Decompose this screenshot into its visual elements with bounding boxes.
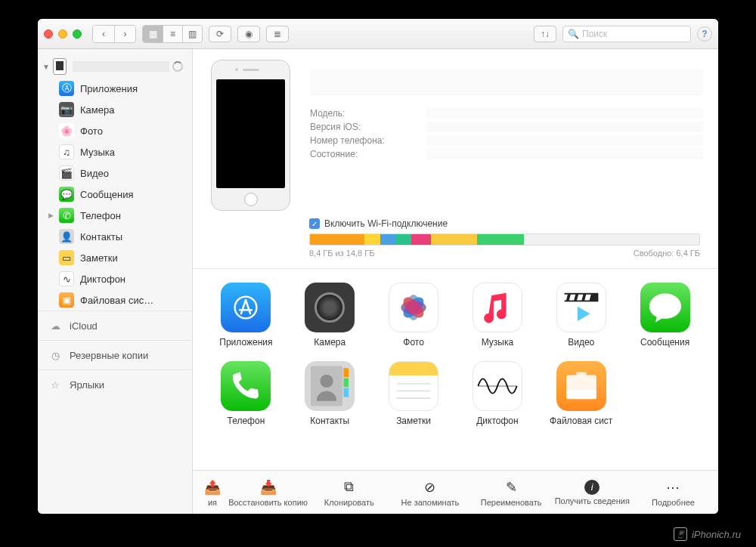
disclosure-triangle-icon[interactable]: ▼ — [42, 63, 50, 71]
app-tile-camera[interactable]: Камера — [292, 283, 368, 348]
view-list-button[interactable]: ≡ — [163, 26, 182, 42]
svg-rect-26 — [566, 390, 596, 399]
sidebar-item-voicememo[interactable]: ∿Диктофон — [38, 268, 192, 289]
video-icon: 🎬 — [59, 165, 74, 181]
tool-restore[interactable]: 📥Восстановить копию — [228, 478, 308, 507]
app-tile-video[interactable]: Видео — [543, 283, 619, 348]
sidebar-section-label: Резервные копии — [70, 350, 148, 361]
phone-label: Номер телефона: — [310, 135, 416, 146]
sidebar-section-icloud[interactable]: ☁iCloud — [38, 311, 192, 340]
state-label: Состояние: — [310, 149, 416, 159]
sidebar-item-label: Диктофон — [80, 274, 125, 285]
tool-backup[interactable]: 📤ия — [197, 478, 228, 507]
wifi-checkbox-row[interactable]: ✓ Включить Wi-Fi-подключение — [309, 217, 700, 233]
tool-getinfo[interactable]: iПолучить сведения — [552, 480, 633, 505]
tool-rename[interactable]: ✎Переименовать — [471, 478, 552, 507]
photos-icon — [389, 283, 438, 332]
svg-rect-27 — [576, 372, 586, 376]
sidebar-item-messages[interactable]: 💬Сообщения — [38, 184, 192, 205]
tool-forget[interactable]: ⊘Не запоминать — [389, 478, 470, 507]
sidebar-item-label: Камера — [80, 104, 114, 116]
app-tile-contacts[interactable]: Контакты — [292, 361, 368, 426]
view-columns-button[interactable]: ▥ — [182, 26, 202, 42]
transfer-button[interactable]: ↑↓ — [534, 26, 556, 42]
app-label: Приложения — [219, 337, 272, 348]
app-tile-photos[interactable]: Фото — [376, 283, 452, 348]
storage-segment — [411, 234, 431, 245]
view-icons-button[interactable]: ▦ — [143, 26, 163, 42]
search-input[interactable]: 🔍 Поиск — [562, 26, 691, 42]
sidebar-item-label: Файловая сис… — [80, 295, 153, 306]
close-window-button[interactable] — [44, 29, 53, 39]
sidebar-item-phone[interactable]: ▶✆Телефон — [38, 205, 192, 226]
back-button[interactable]: ‹ — [93, 26, 114, 42]
refresh-button[interactable]: ⟳ — [209, 26, 231, 42]
app-tile-filesystem[interactable]: Файловая сист — [543, 361, 619, 426]
model-label: Модель: — [310, 108, 416, 119]
app-window: ‹ › ▦ ≡ ▥ ⟳ ◉ ≣ ↑↓ 🔍 Поиск ? ▼ ⒶПриложен… — [38, 19, 718, 514]
app-grid: Приложения Камера Фото Музыка Видео Сооб… — [193, 269, 718, 440]
help-button[interactable]: ? — [697, 26, 712, 42]
sidebar-section-shortcuts[interactable]: ☆Ярлыки — [38, 369, 192, 399]
camera-icon — [305, 283, 355, 332]
box-in-icon: 📥 — [259, 478, 277, 496]
app-tile-messages[interactable]: Сообщения — [627, 283, 703, 348]
sidebar-item-photos[interactable]: 🌸Фото — [38, 120, 192, 141]
tool-label: Подробнее — [652, 498, 695, 507]
app-tile-voicememo[interactable]: Диктофон — [460, 361, 536, 426]
sidebar-item-filesystem[interactable]: ▣Файловая сис… — [38, 289, 192, 311]
search-icon: 🔍 — [568, 29, 579, 39]
app-tile-phone[interactable]: Телефон — [208, 361, 284, 426]
disclosure-triangle-icon[interactable]: ▶ — [48, 212, 56, 219]
phone-icon: ✆ — [59, 208, 74, 223]
app-tile-apps[interactable]: Приложения — [208, 283, 284, 348]
storage-segment — [364, 234, 380, 245]
sort-button[interactable]: ≣ — [266, 26, 289, 42]
svg-rect-18 — [344, 378, 349, 387]
sidebar-item-video[interactable]: 🎬Видео — [38, 162, 192, 184]
messages-icon: 💬 — [59, 187, 74, 202]
sidebar-item-contacts[interactable]: 👤Контакты — [38, 226, 192, 247]
device-header[interactable]: ▼ — [38, 55, 192, 78]
state-value — [426, 149, 703, 159]
maximize-window-button[interactable] — [73, 29, 82, 39]
device-info: Модель: Версия iOS: Номер телефона: Сост… — [310, 60, 703, 211]
more-icon: ⋯ — [664, 478, 682, 496]
music-icon — [472, 283, 522, 332]
svg-rect-17 — [344, 368, 349, 377]
svg-point-16 — [321, 375, 333, 388]
tool-label: Получить сведения — [555, 496, 630, 505]
svg-marker-14 — [578, 307, 590, 321]
app-tile-music[interactable]: Музыка — [460, 283, 536, 348]
device-hero: Модель: Версия iOS: Номер телефона: Сост… — [193, 49, 718, 217]
tool-more[interactable]: ⋯Подробнее — [633, 478, 714, 507]
storage-section: ✓ Включить Wi-Fi-подключение 8,4 ГБ из 1… — [193, 217, 718, 269]
minimize-window-button[interactable] — [58, 29, 67, 39]
app-label: Заметки — [396, 416, 431, 426]
sidebar-item-music[interactable]: ♫Музыка — [38, 141, 192, 162]
app-label: Контакты — [310, 416, 349, 426]
ios-label: Версия iOS: — [310, 122, 416, 132]
appstore-icon — [221, 283, 271, 332]
sidebar-item-camera[interactable]: 📷Камера — [38, 99, 192, 120]
phone-value — [426, 135, 703, 146]
preview-button[interactable]: ◉ — [237, 26, 260, 42]
forward-button[interactable]: › — [114, 26, 135, 42]
appstore-icon: Ⓐ — [59, 81, 74, 96]
sidebar-item-apps[interactable]: ⒶПриложения — [38, 78, 192, 99]
sidebar-item-notes[interactable]: ▭Заметки — [38, 247, 192, 268]
sidebar-section-label: iCloud — [70, 320, 98, 332]
pencil-icon: ✎ — [502, 478, 520, 496]
watermark-icon: 📱 — [674, 527, 687, 541]
files-icon: ▣ — [59, 292, 74, 307]
nav-segmented: ‹ › — [92, 25, 136, 43]
checkbox-icon[interactable]: ✓ — [309, 218, 320, 229]
sidebar-section-backups[interactable]: ◷Резервные копии — [38, 340, 192, 369]
tool-clone[interactable]: ⧉Клонировать — [308, 478, 389, 507]
app-tile-notes[interactable]: Заметки — [376, 361, 452, 426]
notes-icon — [389, 361, 438, 411]
storage-free-label: Свободно: 6,4 ГБ — [634, 249, 700, 258]
device-name — [73, 61, 169, 72]
phone-icon — [221, 361, 271, 411]
camera-icon: 📷 — [59, 102, 74, 117]
